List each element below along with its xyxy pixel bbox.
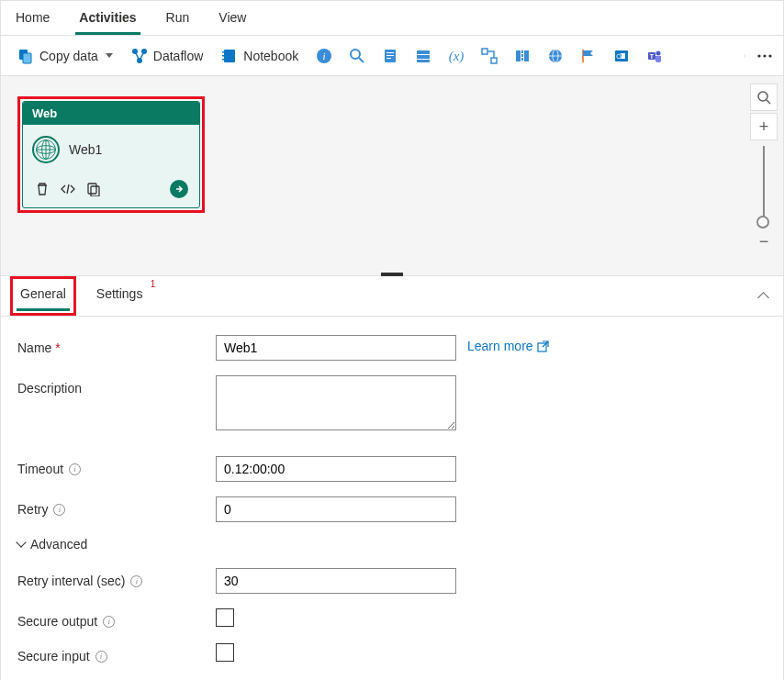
notebook-button[interactable]: Notebook (214, 44, 306, 68)
external-link-icon (537, 340, 549, 352)
zoom-in-button[interactable]: + (750, 113, 778, 140)
timeout-input[interactable] (216, 456, 456, 482)
dataflow-label: Dataflow (153, 49, 203, 63)
pipeline-canvas[interactable]: Web Web1 + − (1, 76, 783, 276)
secure-output-checkbox[interactable] (216, 608, 234, 627)
web-toolbar-button[interactable] (541, 41, 570, 71)
zoom-out-button[interactable]: − (750, 232, 778, 251)
pipeline-toolbar-button[interactable] (475, 41, 504, 71)
svg-text:i: i (323, 50, 326, 61)
tab-settings-label: Settings (96, 286, 143, 301)
zoom-slider[interactable] (763, 146, 765, 227)
web-activity-card[interactable]: Web Web1 (22, 101, 200, 208)
main-tab-bar: Home Activities Run View (1, 1, 783, 36)
flag-toolbar-button[interactable] (574, 41, 603, 71)
svg-rect-23 (516, 50, 521, 61)
info-icon[interactable]: i (69, 463, 81, 475)
advanced-label: Advanced (30, 537, 87, 552)
svg-point-48 (758, 92, 767, 101)
chevron-down-icon (106, 53, 113, 58)
variable-icon: (x) (447, 47, 465, 65)
svg-text:T: T (650, 53, 655, 60)
tab-home[interactable]: Home (12, 5, 53, 35)
svg-rect-47 (91, 186, 99, 196)
tab-activities[interactable]: Activities (75, 5, 140, 35)
learn-more-link[interactable]: Learn more (467, 335, 549, 353)
fit-to-screen-button[interactable] (750, 84, 778, 111)
run-activity-button[interactable] (170, 180, 188, 198)
dataflow-icon (131, 48, 148, 64)
stored-proc-button[interactable] (409, 41, 438, 71)
svg-point-39 (763, 54, 766, 57)
info-icon: i (315, 47, 333, 65)
copy-icon (86, 182, 101, 196)
tab-view[interactable]: View (215, 5, 250, 35)
description-input[interactable] (216, 375, 456, 430)
data-toolbar-button[interactable] (508, 41, 537, 71)
info-icon[interactable]: i (95, 651, 107, 663)
general-tab-highlight: General (10, 276, 76, 316)
info-icon[interactable]: i (53, 504, 65, 516)
zoom-slider-thumb[interactable] (756, 216, 769, 229)
info-toolbar-button[interactable]: i (309, 41, 339, 71)
secure-input-checkbox[interactable] (216, 643, 234, 662)
activity-name-label: Web1 (69, 142, 102, 157)
learn-more-label: Learn more (467, 339, 533, 353)
copy-data-icon (17, 48, 34, 64)
properties-tab-bar: General Settings 1 (1, 276, 783, 317)
panel-resize-handle[interactable] (381, 273, 403, 276)
svg-rect-7 (222, 55, 225, 57)
trash-icon (35, 182, 50, 196)
script-toolbar-button[interactable] (375, 41, 405, 71)
delete-activity-button[interactable] (34, 181, 50, 197)
retry-input[interactable] (216, 496, 456, 522)
teams-toolbar-button[interactable]: T (640, 41, 669, 71)
variable-toolbar-button[interactable]: (x) (442, 41, 471, 71)
search-toolbar-button[interactable] (342, 41, 372, 71)
code-activity-button[interactable] (60, 181, 76, 197)
clone-activity-button[interactable] (85, 181, 102, 197)
svg-rect-24 (521, 50, 523, 53)
retry-interval-input[interactable] (216, 568, 456, 594)
svg-rect-21 (482, 49, 487, 54)
arrow-right-icon (174, 184, 185, 195)
retry-interval-label: Retry interval (sec) i (17, 568, 216, 588)
name-label: Name * (17, 335, 216, 355)
svg-line-12 (359, 58, 364, 62)
tab-settings[interactable]: Settings 1 (93, 281, 147, 311)
svg-rect-26 (521, 58, 523, 61)
svg-line-49 (767, 100, 770, 104)
svg-rect-17 (417, 50, 430, 54)
svg-rect-27 (524, 50, 529, 61)
secure-output-label: Secure output i (17, 608, 216, 629)
copy-data-button[interactable]: Copy data (10, 44, 120, 68)
svg-rect-6 (222, 51, 225, 53)
svg-rect-19 (417, 60, 430, 62)
collapse-panel-button[interactable] (752, 285, 774, 307)
data-icon (514, 48, 531, 64)
tab-general[interactable]: General (17, 281, 70, 311)
more-toolbar-button[interactable] (745, 54, 774, 58)
svg-rect-15 (386, 55, 394, 56)
web-activity-highlight: Web Web1 (17, 96, 205, 213)
outlook-toolbar-button[interactable]: O (607, 41, 636, 71)
script-icon (382, 48, 398, 64)
pipeline-icon (480, 47, 498, 65)
info-icon[interactable]: i (103, 616, 115, 628)
description-label: Description (17, 375, 216, 396)
svg-rect-25 (521, 54, 523, 57)
timeout-label: Timeout i (17, 456, 216, 476)
secure-input-label: Secure input i (17, 643, 216, 663)
notebook-label: Notebook (243, 49, 298, 63)
name-input[interactable] (216, 335, 456, 361)
info-icon[interactable]: i (130, 575, 142, 587)
general-form: Name * Learn more Description Timeout i … (1, 317, 783, 680)
svg-point-36 (656, 50, 661, 55)
activity-type-label: Web (23, 102, 199, 125)
chevron-down-icon (16, 537, 26, 547)
dataflow-button[interactable]: Dataflow (124, 44, 210, 68)
svg-rect-46 (88, 184, 96, 194)
tab-run[interactable]: Run (162, 5, 194, 35)
svg-rect-18 (417, 55, 430, 59)
advanced-toggle[interactable]: Advanced (17, 537, 767, 552)
